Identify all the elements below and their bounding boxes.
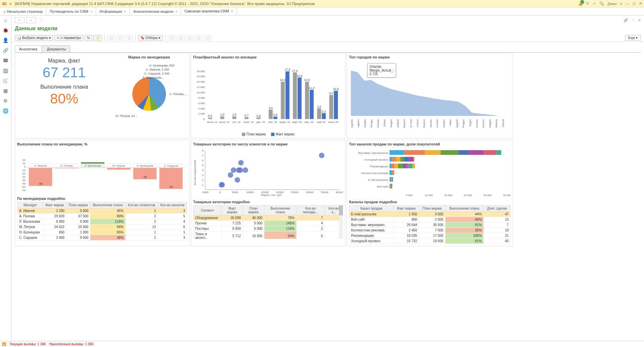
categories-table[interactable]: СегментФакт маржаПлан маржаВыполнение пл… [193, 205, 343, 239]
svg-rect-173 [390, 170, 392, 175]
params-button[interactable]: <..> параметры [54, 35, 83, 41]
cart-icon[interactable]: 🛒 [3, 78, 8, 83]
table-row[interactable]: А. Иванов2 2605 00045%13 [17, 208, 187, 214]
table-row[interactable]: Н. Кузнецова6501 00065%11 [17, 230, 187, 235]
close-icon[interactable]: × [175, 9, 177, 13]
tb-btn-6[interactable]: ▢ [186, 35, 194, 41]
link-icon[interactable]: 🔗 [624, 18, 628, 23]
back-button[interactable]: ← [15, 17, 25, 23]
table-row[interactable]: Контекстная реклама2 4507 00035%19 [349, 228, 511, 233]
svg-text:8: 8 [202, 149, 204, 153]
tab-cross-analytics[interactable]: Сквозная аналитика CRM× [181, 7, 237, 15]
table-row[interactable]: Веб-сайт8002 00040%13 [349, 217, 511, 222]
svg-text:11,0: 11,0 [309, 86, 314, 90]
svg-rect-30 [329, 95, 333, 119]
close-icon[interactable]: × [124, 9, 126, 13]
current-calls: Текущие вызовы: 1 366 [9, 342, 46, 346]
table-row[interactable]: E-mail рассылка1 5503 50044%47 [349, 212, 511, 217]
integration-icon[interactable]: 🔗 [3, 48, 8, 53]
tab-analytics[interactable]: Аналитика [15, 45, 42, 52]
svg-text:июнь 19: июнь 19 [207, 121, 217, 124]
svg-text:-10: -10 [22, 169, 26, 172]
tb-btn-3[interactable]: ▢ [125, 35, 133, 41]
svg-text:нояб. 19: нояб. 19 [243, 121, 254, 124]
close-panel-icon[interactable]: × [639, 18, 641, 23]
close-icon[interactable]: ✕ [639, 1, 642, 6]
svg-text:-5000: -5000 [202, 191, 209, 194]
bell-icon[interactable]: 🔔3 [578, 1, 583, 6]
tab-analytic-models[interactable]: Аналитические модели× [130, 7, 181, 15]
bug-icon[interactable]: 🐞 [3, 28, 8, 33]
close-icon[interactable]: × [90, 9, 92, 13]
tb-btn-1[interactable]: ▢ [107, 35, 115, 41]
more-button[interactable]: Еще ▾ [625, 35, 641, 41]
tb-btn-5[interactable]: ▢ [177, 35, 184, 41]
table-row[interactable]: Ткань и аксесс..5 71210 50054%6 [194, 231, 343, 239]
svg-rect-12 [273, 117, 277, 119]
refresh-button[interactable]: ↻ [85, 35, 92, 41]
table-row[interactable]: Холодный прозвон15 73219 50081%40 [349, 238, 511, 244]
maximize-icon[interactable]: ◻ [633, 1, 636, 6]
svg-text:4: 4 [202, 169, 204, 172]
gear-icon[interactable]: ⚙ [3, 98, 8, 103]
tb-btn-8[interactable]: ▢ [204, 35, 212, 41]
minimize-icon[interactable]: — [626, 2, 629, 6]
svg-text:5000: 5000 [232, 191, 238, 194]
user-icon[interactable]: 👤 [3, 38, 8, 43]
tab-home[interactable]: Начальная страница [0, 7, 46, 15]
svg-rect-177 [391, 177, 392, 182]
select-model-button[interactable]: 📊 Выбрать модель ▾ [15, 35, 53, 41]
channels-table[interactable]: Канал продажФакт маржаПлан маржаВыполнен… [349, 205, 511, 244]
close-icon[interactable]: × [231, 9, 233, 13]
table-row[interactable]: Л. Васильева6 9506 000116%24 [17, 219, 187, 224]
scrollbar[interactable] [339, 205, 343, 239]
svg-text:1,0: 1,0 [232, 113, 236, 116]
settings-icon[interactable]: ≡ [620, 2, 622, 6]
user-label[interactable]: Демо [607, 2, 616, 6]
tab-crm-guide[interactable]: Путеводитель по CRM× [46, 7, 96, 15]
table-row[interactable]: С. Сидоров3 4009 50036%23 [17, 235, 187, 241]
tb-btn-2[interactable]: ▢ [116, 35, 124, 41]
svg-rect-24 [310, 90, 314, 119]
office-icon[interactable]: 🏢 [3, 68, 8, 73]
table-row[interactable]: Прочее7 2255 000145%4 [194, 221, 343, 226]
table-row[interactable]: Оборудование35 09946 00076%7 [194, 215, 343, 221]
svg-text:Los Angeles: Los Angeles [357, 119, 360, 128]
forward-button[interactable]: → [26, 17, 36, 23]
svg-point-123 [319, 153, 324, 158]
table-row[interactable]: Постеры6 9506 000116%2 [194, 226, 343, 231]
table-row[interactable]: Рекомендации18 03517 000106%21 [349, 233, 511, 238]
tab-info[interactable]: Информация× [96, 7, 130, 15]
svg-text:-70: -70 [22, 189, 26, 192]
managers-table[interactable]: ManagerФакт маржаПлан маржаВыполнение пл… [17, 202, 187, 241]
svg-text:Las Vegas: Las Vegas [469, 119, 472, 128]
star-icon[interactable]: ☆ [593, 1, 596, 6]
tabs-bar: Начальная страница Путеводитель по CRM× … [0, 7, 644, 15]
svg-text:Chicago: Chicago [370, 119, 373, 128]
grid-icon[interactable]: ▦ [3, 88, 8, 93]
svg-text:9,0: 9,0 [329, 92, 333, 95]
search-icon[interactable]: 🔍 [599, 1, 604, 6]
filters-button[interactable]: 🔖 Отборы ▾ [138, 35, 163, 41]
svg-text:17,9: 17,9 [285, 68, 290, 71]
history-icon[interactable]: ↻ [586, 1, 589, 6]
tab-documents[interactable]: Документы [42, 45, 70, 52]
xlabel: Маржа, тыс. руб. [261, 193, 282, 197]
table-row[interactable]: Выставки, мероприят..28 64435 50081%7 [349, 222, 511, 228]
tb-btn-7[interactable]: ▢ [195, 35, 203, 41]
more-icon[interactable]: ⋮ [632, 18, 635, 23]
svg-text:Milan: Milan [449, 119, 452, 126]
tb-btn-4[interactable]: ▢ [168, 35, 175, 41]
svg-rect-28 [322, 113, 326, 119]
magic-button[interactable]: ✨ [93, 35, 102, 41]
menu-icon[interactable]: ≡ [9, 2, 11, 6]
table-row[interactable]: М. Петров24 02225 50094%126 [17, 224, 187, 230]
table-row[interactable]: А. Попова29 92937 50080%25 [17, 214, 187, 219]
svg-rect-167 [403, 164, 404, 168]
pie-title: Маржа по менеджерам [111, 55, 187, 59]
globe-icon[interactable]: 🌐 [3, 108, 8, 114]
favorite-icon[interactable]: ☆ [39, 17, 44, 23]
home-icon[interactable]: ⌂ [4, 17, 7, 23]
phone-icon[interactable]: ☎ [3, 58, 8, 63]
svg-rect-2 [220, 116, 224, 119]
